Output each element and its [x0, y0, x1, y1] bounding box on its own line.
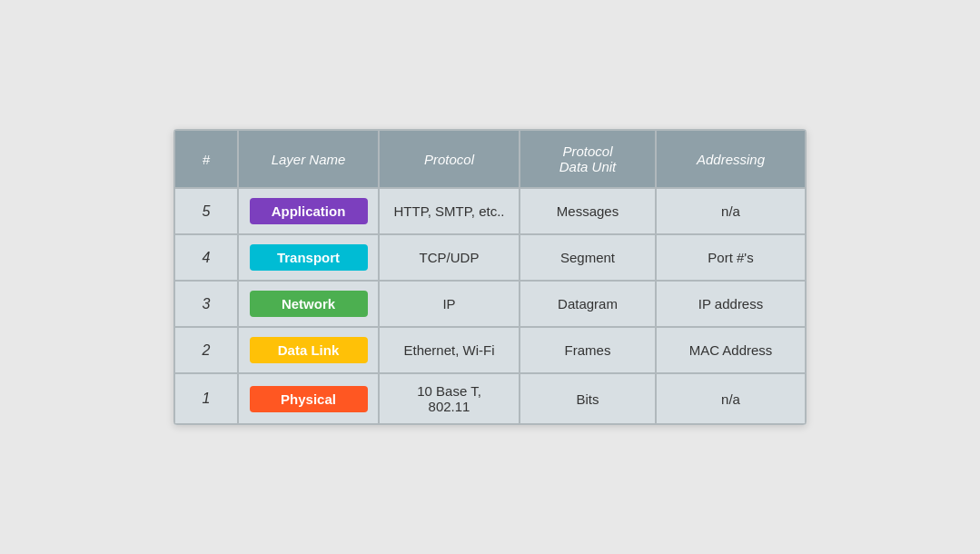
- header-pdu-line2: Data Unit: [559, 159, 617, 174]
- table-row: 2Data LinkEthernet, Wi-FiFramesMAC Addre…: [174, 327, 806, 373]
- row-number: 5: [174, 188, 238, 234]
- header-num: #: [174, 130, 238, 188]
- row-number: 3: [174, 281, 238, 327]
- table-row: 1Physical10 Base T,802.11Bitsn/a: [174, 373, 806, 424]
- header-pdu: Protocol Data Unit: [520, 130, 656, 188]
- table-row: 4TransportTCP/UDPSegmentPort #'s: [174, 234, 806, 281]
- row-addressing: Port #'s: [656, 234, 806, 281]
- row-addressing: MAC Address: [656, 327, 806, 373]
- header-layer-name: Layer Name: [238, 130, 379, 188]
- layer-badge: Network: [250, 291, 368, 317]
- row-protocol: Ethernet, Wi-Fi: [379, 327, 520, 373]
- layer-badge: Transport: [250, 244, 368, 271]
- row-layer-name: Physical: [238, 373, 379, 424]
- row-pdu: Bits: [520, 373, 656, 424]
- row-pdu: Frames: [520, 327, 656, 373]
- row-number: 1: [174, 373, 238, 424]
- row-layer-name: Network: [238, 281, 379, 327]
- row-protocol: HTTP, SMTP, etc..: [379, 188, 520, 234]
- layer-badge: Application: [250, 198, 368, 224]
- row-protocol: 10 Base T,802.11: [379, 373, 520, 424]
- row-addressing: n/a: [656, 188, 806, 234]
- row-addressing: n/a: [656, 373, 806, 424]
- row-number: 2: [174, 327, 238, 373]
- osi-model-table: # Layer Name Protocol Protocol Data Unit…: [173, 129, 807, 425]
- row-pdu: Segment: [520, 234, 656, 281]
- layer-badge: Data Link: [250, 337, 368, 363]
- row-protocol: IP: [379, 281, 520, 327]
- header-protocol: Protocol: [379, 130, 520, 188]
- row-layer-name: Data Link: [238, 327, 379, 373]
- table-row: 5ApplicationHTTP, SMTP, etc..Messagesn/a: [174, 188, 806, 234]
- row-protocol: TCP/UDP: [379, 234, 520, 281]
- row-layer-name: Transport: [238, 234, 379, 281]
- row-layer-name: Application: [238, 188, 379, 234]
- row-pdu: Datagram: [520, 281, 656, 327]
- row-number: 4: [174, 234, 238, 281]
- table-row: 3NetworkIPDatagramIP address: [174, 281, 806, 327]
- row-addressing: IP address: [656, 281, 806, 327]
- layer-badge: Physical: [250, 386, 368, 412]
- header-pdu-line1: Protocol: [562, 143, 612, 159]
- header-addressing: Addressing: [656, 130, 806, 188]
- row-pdu: Messages: [520, 188, 656, 234]
